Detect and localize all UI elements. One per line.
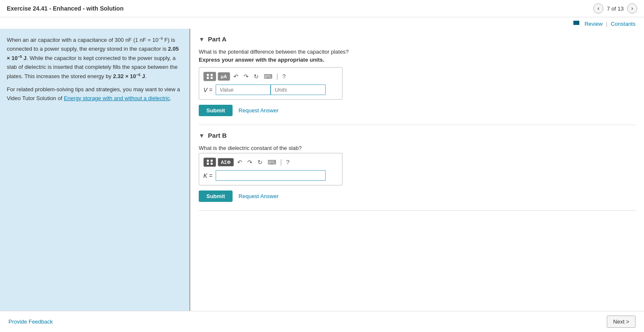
part-a-help-btn[interactable]: ? [281,72,288,81]
part-b-actions: Submit Request Answer [199,190,636,202]
svg-rect-5 [211,160,213,162]
part-a-section: ▼ Part A What is the potential differenc… [199,35,636,125]
part-b-help-btn[interactable]: ? [285,158,291,166]
part-b-submit-button[interactable]: Submit [199,190,233,202]
svg-rect-2 [207,77,209,79]
part-a-label: Part A [208,35,227,43]
context-text: When an air capacitor with a capacitance… [7,35,183,81]
svg-rect-7 [211,163,213,165]
constants-link[interactable]: Constants [611,21,636,27]
part-a-submit-button[interactable]: Submit [199,105,233,116]
provide-feedback-link[interactable]: Provide Feedback [8,318,53,325]
part-a-var-label: V = [203,87,212,93]
svg-rect-6 [207,163,209,165]
next-nav-button[interactable]: › [627,3,637,14]
svg-rect-4 [207,160,209,162]
review-icon [573,21,579,25]
part-b-var-label: K = [203,172,212,179]
part-b-question: What is the dielectric constant of the s… [199,145,636,151]
part-a-header[interactable]: ▼ Part A [199,35,636,43]
svg-rect-3 [211,77,213,79]
left-panel: When an air capacitor with a capacitance… [0,29,190,332]
tutor-link[interactable]: Energy storage with and without a dielec… [64,95,170,101]
part-b-redo-btn[interactable]: ↷ [246,158,254,166]
part-a-arrow: ▼ [199,36,205,43]
part-a-separator: | [277,73,278,80]
navigation: ‹ 7 of 13 › [593,3,637,14]
part-a-redo-btn[interactable]: ↷ [242,72,250,81]
svg-rect-1 [211,74,213,76]
top-links-bar: Review | Constants [0,17,644,29]
part-b-undo-btn[interactable]: ↶ [236,158,244,166]
separator: | [606,21,607,27]
part-b-value-input[interactable] [216,170,326,181]
part-a-reset-btn[interactable]: ↻ [252,72,260,81]
part-a-question: What is the potential difference between… [199,49,636,55]
part-a-symbol-btn[interactable]: μA [218,72,230,81]
part-b-header[interactable]: ▼ Part B [199,132,636,139]
part-a-toolbar: μA ↶ ↷ ↻ ⌨ | ? [203,72,338,81]
part-a-undo-btn[interactable]: ↶ [232,72,240,81]
part-b-section: ▼ Part B What is the dielectric constant… [199,132,636,211]
header: Exercise 24.41 - Enhanced - with Solutio… [0,0,644,17]
part-a-answer-box: μA ↶ ↷ ↻ ⌨ | ? V = [199,67,343,100]
bottom-bar: Provide Feedback Next > [0,311,644,332]
part-a-units-input[interactable] [271,84,326,95]
part-a-value-input[interactable] [216,84,271,95]
part-b-toolbar: ΑΣΦ ↶ ↷ ↻ ⌨ | ? [203,158,338,167]
part-b-label: Part B [208,132,227,139]
part-a-matrix-btn[interactable] [203,72,216,81]
page-indicator: 7 of 13 [607,5,624,12]
part-b-reset-btn[interactable]: ↻ [256,158,264,166]
part-b-arrow: ▼ [199,132,205,139]
part-b-matrix-btn[interactable] [203,158,216,167]
part-b-input-row: K = [203,170,338,181]
part-b-request-answer-link[interactable]: Request Answer [238,193,279,199]
part-a-subtext: Express your answer with the appropriate… [199,57,636,63]
svg-rect-0 [207,74,209,76]
review-link[interactable]: Review [584,21,603,27]
right-panel: ▼ Part A What is the potential differenc… [190,29,644,332]
prev-button[interactable]: ‹ [593,3,603,14]
part-a-actions: Submit Request Answer [199,105,636,116]
part-b-separator: | [280,158,282,166]
part-b-symbol-btn[interactable]: ΑΣΦ [218,158,234,166]
page-title: Exercise 24.41 - Enhanced - with Solutio… [7,5,123,12]
main-layout: When an air capacitor with a capacitance… [0,29,644,332]
matrix-icon [206,73,213,79]
part-b-answer-box: ΑΣΦ ↶ ↷ ↻ ⌨ | ? K = [199,153,343,185]
matrix-icon-b [206,159,213,165]
part-a-keyboard-btn[interactable]: ⌨ [262,72,274,81]
part-b-keyboard-btn[interactable]: ⌨ [266,158,278,166]
part-a-request-answer-link[interactable]: Request Answer [238,107,279,114]
next-button[interactable]: Next > [607,316,636,328]
part-a-input-row: V = [203,84,338,95]
tutor-text: For related problem-solving tips and str… [7,85,183,103]
